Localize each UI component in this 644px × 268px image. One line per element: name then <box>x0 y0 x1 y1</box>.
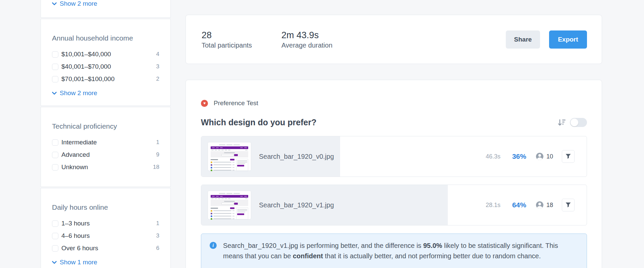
checkbox[interactable] <box>52 220 58 227</box>
filter-option[interactable]: 1–3 hours 1 <box>52 220 159 227</box>
filter-option-label: Over 6 hours <box>61 245 98 252</box>
show-more-link-hours[interactable]: Show 1 more <box>52 259 159 266</box>
preference-test-card: ♥ Preference Test Which design do you pr… <box>185 80 602 268</box>
funnel-icon <box>566 154 571 159</box>
participants-value: 28 <box>202 30 252 41</box>
view-toggle[interactable] <box>570 118 587 127</box>
filter-option-label: Unknown <box>61 163 88 171</box>
option-stats: 28.1s 64% 18 <box>479 199 587 211</box>
design-thumbnail[interactable] <box>208 191 251 219</box>
filter-votes-button[interactable] <box>562 150 575 163</box>
show-more-link-income[interactable]: Show 2 more <box>52 89 159 97</box>
show-more-label: Show 2 more <box>60 89 97 97</box>
test-type-label: Preference Test <box>214 99 258 107</box>
checkbox[interactable] <box>52 139 58 146</box>
filter-group-hours: Daily hours online 1–3 hours 1 4–6 hours… <box>41 188 171 268</box>
sort-descending-icon[interactable] <box>558 119 566 126</box>
info-icon: i <box>210 242 217 249</box>
insight-text: Search_bar_1920_v1.jpg is performing bet… <box>223 241 577 268</box>
design-option-row: Search_bar_1920_v0.jpg 46.3s 36% 10 <box>201 136 587 177</box>
filter-option-count: 18 <box>153 164 159 171</box>
duration-label: Average duration <box>281 42 332 49</box>
show-more-label: Show 2 more <box>60 0 97 7</box>
design-filename: Search_bar_1920_v0.jpg <box>259 153 334 160</box>
filter-group-card-top: Show 2 more <box>41 0 171 18</box>
filter-group-title: Annual household income <box>52 34 159 43</box>
question-title: Which design do you prefer? <box>201 118 316 127</box>
checkbox[interactable] <box>52 76 58 82</box>
option-stats: 46.3s 36% 10 <box>479 150 587 163</box>
duration-value: 2m 43.9s <box>281 30 332 41</box>
filter-group-income: Annual household income $10,001–$40,000 … <box>41 19 171 106</box>
filter-option-count: 3 <box>156 232 159 239</box>
voters: 10 <box>536 153 553 160</box>
significance-info-box: i Search_bar_1920_v1.jpg is performing b… <box>201 233 587 268</box>
filter-votes-button[interactable] <box>562 199 575 211</box>
checkbox[interactable] <box>52 64 58 70</box>
export-button[interactable]: Export <box>549 30 587 49</box>
checkbox[interactable] <box>52 152 58 158</box>
checkbox[interactable] <box>52 51 58 58</box>
filter-option-label: 1–3 hours <box>61 220 90 227</box>
filter-option-count: 6 <box>156 245 159 252</box>
filter-option-count: 1 <box>156 220 159 227</box>
filter-option-count: 4 <box>156 51 159 58</box>
summary-card: 28 Total participants 2m 43.9s Average d… <box>185 15 602 64</box>
vote-count: 18 <box>546 202 553 209</box>
results-dashboard: Show 2 more Annual household income $10,… <box>0 0 644 268</box>
toggle-knob <box>571 119 578 126</box>
filter-option-label: $10,001–$40,000 <box>61 51 111 58</box>
design-thumbnail[interactable] <box>208 142 251 171</box>
filter-option[interactable]: $70,001–$100,000 2 <box>52 75 159 83</box>
filter-option[interactable]: $40,001–$70,000 3 <box>52 63 159 70</box>
checkbox[interactable] <box>52 245 58 252</box>
share-button[interactable]: Share <box>506 30 540 49</box>
average-time: 28.1s <box>479 202 500 209</box>
vote-percent: 36% <box>509 152 526 160</box>
test-type-row: ♥ Preference Test <box>201 99 587 107</box>
voters: 18 <box>536 201 553 209</box>
filter-option[interactable]: $10,001–$40,000 4 <box>52 51 159 58</box>
filter-option-label: Advanced <box>61 151 90 158</box>
filter-option-label: 4–6 hours <box>61 232 90 240</box>
filter-option-label: $70,001–$100,000 <box>61 75 115 83</box>
filter-option[interactable]: Unknown 18 <box>52 163 159 171</box>
show-more-label: Show 1 more <box>60 259 97 266</box>
filter-option-label: Intermediate <box>61 139 97 146</box>
vote-percent: 64% <box>509 201 526 209</box>
heart-icon: ♥ <box>201 100 208 107</box>
show-more-link-top[interactable]: Show 2 more <box>52 0 97 7</box>
question-row: Which design do you prefer? <box>201 118 587 127</box>
average-time: 46.3s <box>479 153 500 160</box>
filter-option-label: $40,001–$70,000 <box>61 63 111 70</box>
filter-group-title: Daily hours online <box>52 203 159 212</box>
checkbox[interactable] <box>52 164 58 171</box>
filter-option[interactable]: Over 6 hours 6 <box>52 245 159 252</box>
filter-option[interactable]: 4–6 hours 3 <box>52 232 159 240</box>
filter-option[interactable]: Intermediate 1 <box>52 139 159 146</box>
person-icon <box>536 153 543 160</box>
filter-group-title: Technical proficiency <box>52 122 159 131</box>
chevron-down-icon <box>52 261 57 264</box>
design-filename: Search_bar_1920_v1.jpg <box>259 201 334 209</box>
filter-option-count: 2 <box>156 76 159 82</box>
filter-option-count: 3 <box>156 63 159 70</box>
filter-option-count: 1 <box>156 139 159 146</box>
vote-count: 10 <box>546 153 553 160</box>
participants-label: Total participants <box>202 42 252 49</box>
question-controls <box>558 118 587 127</box>
person-icon <box>536 201 543 209</box>
average-duration-stat: 2m 43.9s Average duration <box>281 30 332 49</box>
chevron-down-icon <box>52 92 57 95</box>
total-participants-stat: 28 Total participants <box>202 30 252 49</box>
checkbox[interactable] <box>52 233 58 239</box>
filter-option[interactable]: Advanced 9 <box>52 151 159 158</box>
filter-group-proficiency: Technical proficiency Intermediate 1 Adv… <box>41 107 171 187</box>
filter-option-count: 9 <box>156 151 159 158</box>
funnel-icon <box>566 202 571 208</box>
design-option-row: Search_bar_1920_v1.jpg 28.1s 64% 18 <box>201 185 587 225</box>
chevron-down-icon <box>52 2 57 5</box>
